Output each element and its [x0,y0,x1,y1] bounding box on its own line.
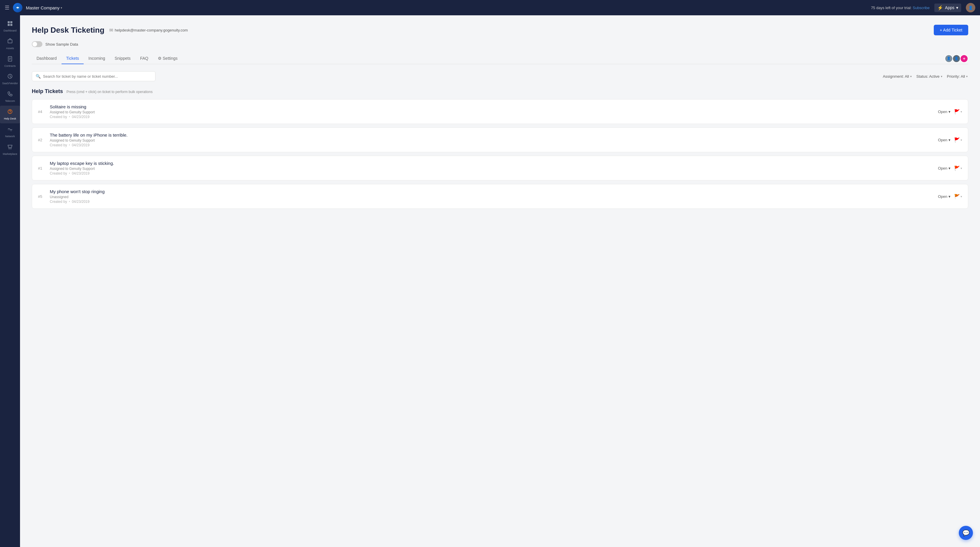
tab-tickets[interactable]: Tickets [62,53,84,64]
flag-button[interactable]: 🚩 ▾ [954,165,962,171]
ticket-title: My phone won't stop ringing [50,189,938,194]
flag-icon: 🚩 [954,137,960,143]
help-desk-icon [7,109,13,116]
ticket-actions: Open ▾ 🚩 ▾ [938,109,962,114]
svg-rect-4 [10,24,13,26]
status-filter[interactable]: Status: Active ▾ [916,72,943,80]
flag-button[interactable]: 🚩 ▾ [954,194,962,199]
filter-group: Assignment: All ▾ Status: Active ▾ Prior… [882,72,968,80]
ticket-actions: Open ▾ 🚩 ▾ [938,165,962,171]
company-selector[interactable]: Master Company ▾ [26,5,62,10]
ticket-meta: Created by • 04/23/2019 [50,200,938,204]
contracts-icon [7,56,13,63]
page-email: helpdesk@master-company.gogenuity.com [115,28,188,32]
tab-faq[interactable]: FAQ [135,53,153,64]
ticket-title: My laptop escape key is sticking. [50,161,938,166]
sidebar-item-assets[interactable]: Assets [0,35,20,53]
sidebar: Dashboard Assets Contracts SaaS/Vendor T… [0,15,20,547]
user-avatar[interactable]: 👤 [966,3,975,13]
ticket-number: #4 [38,110,46,114]
status-dropdown[interactable]: Open ▾ [938,194,951,199]
dashboard-icon [7,21,13,28]
sidebar-item-marketplace[interactable]: Marketplace [0,141,20,159]
ticket-actions: Open ▾ 🚩 ▾ [938,137,962,143]
tab-snippets[interactable]: Snippets [110,53,135,64]
sidebar-label-network: Network [5,135,15,138]
svg-rect-5 [8,40,12,43]
add-ticket-button[interactable]: + Add Ticket [934,25,968,35]
status-dropdown[interactable]: Open ▾ [938,166,951,170]
priority-filter[interactable]: Priority: All ▾ [947,72,968,80]
sidebar-label-help-desk: Help Desk [4,117,16,121]
flag-button[interactable]: 🚩 ▾ [954,109,962,114]
status-chevron-icon: ▾ [948,110,951,114]
status-chevron-icon: ▾ [948,166,951,170]
table-row[interactable]: #1 My laptop escape key is sticking. Ass… [32,156,968,180]
tickets-section-header: Help Tickets Press (cmd + click) on tick… [32,88,968,94]
chat-fab-button[interactable]: 💬 [959,526,973,540]
ticket-meta: Created by • 04/23/2019 [50,171,938,175]
sidebar-item-telecom[interactable]: Telecom [0,88,20,106]
table-row[interactable]: #5 My phone won't stop ringing Unassigne… [32,184,968,209]
flag-button[interactable]: 🚩 ▾ [954,137,962,143]
sidebar-item-network[interactable]: Network [0,123,20,141]
telecom-icon [7,91,13,98]
search-input[interactable] [43,74,152,79]
saas-vendor-icon [7,73,13,81]
tab-dashboard[interactable]: Dashboard [32,53,62,64]
page-title: Help Desk Ticketing [32,25,105,35]
tabs-avatars: 👤 👤 + [945,54,968,63]
ticket-meta: Created by • 04/23/2019 [50,143,938,147]
hamburger-menu-icon[interactable]: ☰ [5,5,10,11]
tab-avatar-2: 👤 [952,54,961,63]
ticket-info: Solitaire is missing Assigned to Genuity… [50,104,938,119]
flag-chevron-icon: ▾ [961,167,962,170]
flag-chevron-icon: ▾ [961,110,962,113]
tabs-bar: Dashboard Tickets Incoming Snippets FAQ … [32,53,968,64]
apps-lightning-icon: ⚡ [937,5,943,11]
sidebar-item-help-desk[interactable]: Help Desk [0,106,20,123]
flag-icon: 🚩 [954,109,960,114]
sidebar-label-dashboard: Dashboard [3,29,16,32]
settings-gear-icon: ⚙ [158,56,162,60]
assignment-chevron-icon: ▾ [910,75,912,78]
status-dropdown[interactable]: Open ▾ [938,110,951,114]
ticket-assigned: Assigned to Genuity Support [50,110,938,114]
sidebar-label-telecom: Telecom [5,100,15,103]
sidebar-item-saas-vendor[interactable]: SaaS/Vendor [0,70,20,88]
sidebar-label-contracts: Contracts [5,64,16,68]
main-content: Help Desk Ticketing ✉ helpdesk@master-co… [20,15,980,547]
status-dropdown[interactable]: Open ▾ [938,138,951,142]
sample-data-toggle[interactable] [32,41,42,47]
tickets-section-title: Help Tickets [32,88,63,94]
apps-button[interactable]: ⚡ Apps ▾ [934,3,961,12]
flag-chevron-icon: ▾ [961,138,962,142]
search-icon: 🔍 [36,74,41,79]
flag-icon: 🚩 [954,194,960,199]
sidebar-label-assets: Assets [6,47,14,50]
email-badge: ✉ helpdesk@master-company.gogenuity.com [109,27,188,33]
toggle-label: Show Sample Data [45,42,78,46]
subscribe-link[interactable]: Subscribe [913,6,930,10]
sidebar-item-dashboard[interactable]: Dashboard [0,17,20,35]
ticket-actions: Open ▾ 🚩 ▾ [938,194,962,199]
svg-point-12 [10,113,10,113]
tickets-list: #4 Solitaire is missing Assigned to Genu… [32,99,968,209]
table-row[interactable]: #4 Solitaire is missing Assigned to Genu… [32,99,968,124]
flag-chevron-icon: ▾ [961,195,962,198]
network-icon [7,126,13,134]
email-icon: ✉ [109,27,113,33]
tab-settings[interactable]: ⚙ Settings [153,53,182,64]
assignment-filter[interactable]: Assignment: All ▾ [882,72,912,80]
tab-avatar-add[interactable]: + [960,54,968,63]
ticket-number: #5 [38,194,46,199]
ticket-assigned: Assigned to Genuity Support [50,167,938,171]
sidebar-item-contracts[interactable]: Contracts [0,53,20,71]
sidebar-label-marketplace: Marketplace [3,153,17,156]
tab-incoming[interactable]: Incoming [84,53,110,64]
svg-rect-2 [10,21,13,23]
ticket-info: My laptop escape key is sticking. Assign… [50,161,938,175]
toggle-row: Show Sample Data [32,41,968,47]
table-row[interactable]: #2 The battery life on my iPhone is terr… [32,127,968,152]
svg-rect-3 [8,24,10,26]
